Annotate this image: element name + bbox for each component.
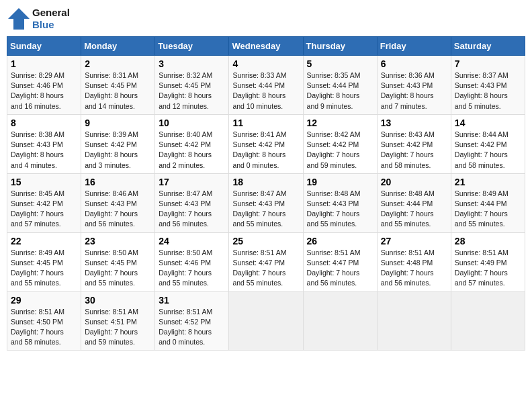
calendar-cell: 10Sunrise: 8:40 AMSunset: 4:42 PMDayligh… (155, 114, 229, 173)
day-number: 11 (232, 118, 299, 128)
day-info: Sunrise: 8:48 AMSunset: 4:43 PMDaylight:… (307, 189, 373, 230)
day-info: Sunrise: 8:43 AMSunset: 4:42 PMDaylight:… (381, 130, 447, 171)
calendar-cell: 17Sunrise: 8:47 AMSunset: 4:43 PMDayligh… (155, 173, 229, 232)
day-info: Sunrise: 8:40 AMSunset: 4:42 PMDaylight:… (159, 130, 225, 171)
day-info: Sunrise: 8:32 AMSunset: 4:45 PMDaylight:… (159, 71, 225, 111)
calendar-cell: 31Sunrise: 8:51 AMSunset: 4:52 PMDayligh… (155, 291, 229, 351)
day-info: Sunrise: 8:51 AMSunset: 4:47 PMDaylight:… (232, 248, 299, 289)
day-info: Sunrise: 8:36 AMSunset: 4:43 PMDaylight:… (381, 71, 447, 111)
calendar-cell: 25Sunrise: 8:51 AMSunset: 4:47 PMDayligh… (229, 232, 303, 291)
day-number: 26 (307, 236, 373, 246)
calendar-cell: 30Sunrise: 8:51 AMSunset: 4:51 PMDayligh… (81, 291, 155, 351)
calendar-cell: 28Sunrise: 8:51 AMSunset: 4:49 PMDayligh… (451, 232, 525, 291)
logo-svg (7, 7, 31, 31)
weekday-header-saturday: Saturday (451, 37, 525, 56)
day-info: Sunrise: 8:50 AMSunset: 4:45 PMDaylight:… (85, 248, 151, 289)
day-info: Sunrise: 8:51 AMSunset: 4:48 PMDaylight:… (381, 248, 447, 289)
day-info: Sunrise: 8:47 AMSunset: 4:43 PMDaylight:… (232, 189, 299, 230)
day-info: Sunrise: 8:47 AMSunset: 4:43 PMDaylight:… (159, 189, 225, 230)
day-number: 24 (159, 236, 225, 246)
day-number: 12 (307, 118, 373, 128)
calendar-week-2: 8Sunrise: 8:38 AMSunset: 4:43 PMDaylight… (7, 114, 525, 173)
calendar-cell: 23Sunrise: 8:50 AMSunset: 4:45 PMDayligh… (81, 232, 155, 291)
day-number: 23 (85, 236, 151, 246)
day-info: Sunrise: 8:38 AMSunset: 4:43 PMDaylight:… (11, 130, 77, 171)
day-number: 19 (307, 177, 373, 187)
day-info: Sunrise: 8:51 AMSunset: 4:50 PMDaylight:… (11, 307, 77, 348)
day-info: Sunrise: 8:41 AMSunset: 4:42 PMDaylight:… (232, 130, 299, 171)
calendar-cell: 3Sunrise: 8:32 AMSunset: 4:45 PMDaylight… (155, 56, 229, 115)
day-info: Sunrise: 8:44 AMSunset: 4:42 PMDaylight:… (455, 130, 521, 171)
day-number: 29 (11, 295, 77, 306)
calendar-cell: 14Sunrise: 8:44 AMSunset: 4:42 PMDayligh… (451, 114, 525, 173)
day-number: 21 (455, 177, 521, 187)
calendar-header: SundayMondayTuesdayWednesdayThursdayFrid… (7, 37, 525, 56)
logo-blue: Blue (32, 19, 70, 31)
day-info: Sunrise: 8:51 AMSunset: 4:51 PMDaylight:… (85, 307, 151, 348)
day-number: 15 (11, 177, 77, 187)
day-number: 18 (232, 177, 299, 187)
calendar-cell: 19Sunrise: 8:48 AMSunset: 4:43 PMDayligh… (303, 173, 377, 232)
calendar-cell (229, 291, 303, 351)
day-info: Sunrise: 8:51 AMSunset: 4:49 PMDaylight:… (455, 248, 521, 289)
day-number: 1 (11, 58, 77, 69)
svg-marker-0 (8, 8, 30, 30)
day-number: 27 (381, 236, 447, 246)
day-number: 31 (159, 295, 225, 306)
weekday-header-tuesday: Tuesday (155, 37, 229, 56)
day-info: Sunrise: 8:39 AMSunset: 4:42 PMDaylight:… (85, 130, 151, 171)
day-number: 8 (11, 118, 77, 128)
calendar-cell (451, 291, 525, 351)
calendar-cell: 16Sunrise: 8:46 AMSunset: 4:43 PMDayligh… (81, 173, 155, 232)
day-info: Sunrise: 8:37 AMSunset: 4:43 PMDaylight:… (455, 71, 521, 111)
calendar-cell: 2Sunrise: 8:31 AMSunset: 4:45 PMDaylight… (81, 56, 155, 115)
day-number: 4 (232, 58, 299, 69)
calendar-cell: 26Sunrise: 8:51 AMSunset: 4:47 PMDayligh… (303, 232, 377, 291)
calendar-cell: 12Sunrise: 8:42 AMSunset: 4:42 PMDayligh… (303, 114, 377, 173)
day-number: 20 (381, 177, 447, 187)
calendar-cell: 27Sunrise: 8:51 AMSunset: 4:48 PMDayligh… (377, 232, 451, 291)
logo: General Blue (7, 7, 70, 31)
weekday-header-sunday: Sunday (7, 37, 81, 56)
calendar-cell: 15Sunrise: 8:45 AMSunset: 4:42 PMDayligh… (7, 173, 81, 232)
calendar-week-3: 15Sunrise: 8:45 AMSunset: 4:42 PMDayligh… (7, 173, 525, 232)
logo-wordmark: General Blue (32, 7, 70, 31)
day-number: 6 (381, 58, 447, 69)
day-number: 13 (381, 118, 447, 128)
day-number: 16 (85, 177, 151, 187)
day-number: 10 (159, 118, 225, 128)
day-info: Sunrise: 8:31 AMSunset: 4:45 PMDaylight:… (85, 71, 151, 111)
day-number: 7 (455, 58, 521, 69)
logo-container: General Blue (7, 7, 70, 31)
calendar-cell: 9Sunrise: 8:39 AMSunset: 4:42 PMDaylight… (81, 114, 155, 173)
day-number: 28 (455, 236, 521, 246)
weekday-header-friday: Friday (377, 37, 451, 56)
calendar-cell: 20Sunrise: 8:48 AMSunset: 4:44 PMDayligh… (377, 173, 451, 232)
calendar-week-4: 22Sunrise: 8:49 AMSunset: 4:45 PMDayligh… (7, 232, 525, 291)
calendar-cell: 5Sunrise: 8:35 AMSunset: 4:44 PMDaylight… (303, 56, 377, 115)
day-number: 2 (85, 58, 151, 69)
calendar-cell: 1Sunrise: 8:29 AMSunset: 4:46 PMDaylight… (7, 56, 81, 115)
calendar-cell: 22Sunrise: 8:49 AMSunset: 4:45 PMDayligh… (7, 232, 81, 291)
day-info: Sunrise: 8:42 AMSunset: 4:42 PMDaylight:… (307, 130, 373, 171)
calendar-cell: 24Sunrise: 8:50 AMSunset: 4:46 PMDayligh… (155, 232, 229, 291)
day-number: 25 (232, 236, 299, 246)
day-info: Sunrise: 8:45 AMSunset: 4:42 PMDaylight:… (11, 189, 77, 230)
calendar-cell: 29Sunrise: 8:51 AMSunset: 4:50 PMDayligh… (7, 291, 81, 351)
calendar-table: SundayMondayTuesdayWednesdayThursdayFrid… (7, 36, 525, 351)
weekday-header-wednesday: Wednesday (229, 37, 303, 56)
weekday-header-monday: Monday (81, 37, 155, 56)
day-info: Sunrise: 8:50 AMSunset: 4:46 PMDaylight:… (159, 248, 225, 289)
day-number: 9 (85, 118, 151, 128)
calendar-cell: 6Sunrise: 8:36 AMSunset: 4:43 PMDaylight… (377, 56, 451, 115)
calendar-week-5: 29Sunrise: 8:51 AMSunset: 4:50 PMDayligh… (7, 291, 525, 351)
calendar-cell: 18Sunrise: 8:47 AMSunset: 4:43 PMDayligh… (229, 173, 303, 232)
day-number: 3 (159, 58, 225, 69)
day-info: Sunrise: 8:49 AMSunset: 4:44 PMDaylight:… (455, 189, 521, 230)
day-info: Sunrise: 8:51 AMSunset: 4:52 PMDaylight:… (159, 307, 225, 348)
header: General Blue (7, 7, 525, 31)
day-number: 17 (159, 177, 225, 187)
calendar-cell: 13Sunrise: 8:43 AMSunset: 4:42 PMDayligh… (377, 114, 451, 173)
weekday-header-thursday: Thursday (303, 37, 377, 56)
day-info: Sunrise: 8:33 AMSunset: 4:44 PMDaylight:… (232, 71, 299, 111)
